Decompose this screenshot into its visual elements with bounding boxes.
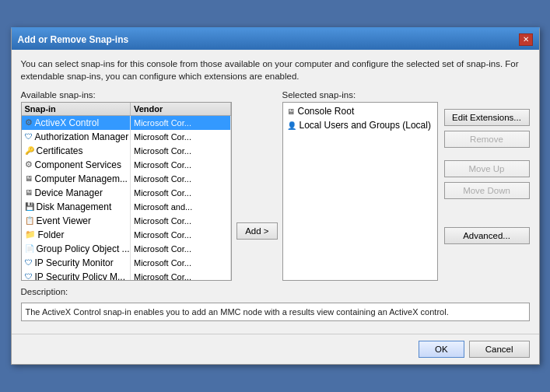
snap-in-vendor: Microsoft Cor... [131, 116, 231, 130]
col-vendor: Vendor [131, 103, 231, 116]
description-text: The ActiveX Control snap-in enables you … [21, 303, 530, 321]
snap-in-name: 🛡 IP Security Policy M... [22, 270, 131, 282]
move-down-button[interactable]: Move Down [444, 182, 530, 199]
selected-list[interactable]: 🖥Console Root👤Local Users and Groups (Lo… [282, 102, 438, 281]
snap-in-name: 🖥 Device Manager [22, 186, 131, 200]
snap-in-row[interactable]: 📋 Event Viewer Microsoft Cor... [22, 214, 231, 228]
snap-in-vendor: Microsoft Cor... [131, 130, 231, 144]
snap-in-name: ⚙ Component Services [22, 158, 131, 172]
snap-in-name: ⚙ ActiveX Control [22, 116, 131, 130]
dialog-title: Add or Remove Snap-ins [18, 34, 129, 45]
snap-in-vendor: Microsoft Cor... [131, 186, 231, 200]
selected-item[interactable]: 🖥Console Root [285, 104, 436, 118]
snap-in-row[interactable]: 🔑 Certificates Microsoft Cor... [22, 144, 231, 158]
move-up-button[interactable]: Move Up [444, 160, 530, 177]
snap-in-row[interactable]: ⚙ Component Services Microsoft Cor... [22, 158, 231, 172]
right-buttons: Edit Extensions... Remove Move Up Move D… [444, 90, 530, 244]
snap-in-row[interactable]: 🛡 IP Security Monitor Microsoft Cor... [22, 256, 231, 270]
add-button[interactable]: Add > [236, 222, 277, 240]
snap-in-name: 💾 Disk Management [22, 200, 131, 214]
snap-in-name: 🛡 IP Security Monitor [22, 256, 131, 270]
snap-in-row[interactable]: 🖥 Computer Managem... Microsoft Cor... [22, 172, 231, 186]
description-section: Description: The ActiveX Control snap-in… [21, 287, 530, 321]
description-top: You can select snap-ins for this console… [21, 58, 530, 82]
remove-button[interactable]: Remove [444, 131, 530, 148]
close-button[interactable]: ✕ [519, 33, 533, 46]
snap-in-list[interactable]: Snap-in Vendor ⚙ ActiveX Control Microso… [21, 102, 233, 281]
snap-in-vendor: Microsoft and... [131, 200, 231, 214]
left-panel: Available snap-ins: Snap-in Vendor ⚙ [21, 90, 233, 281]
snap-in-name: 📄 Group Policy Object ... [22, 242, 131, 256]
snap-in-row[interactable]: 📄 Group Policy Object ... Microsoft Cor.… [22, 242, 231, 256]
snap-in-table: Snap-in Vendor ⚙ ActiveX Control Microso… [22, 103, 232, 281]
snap-in-name: 🖥 Computer Managem... [22, 172, 131, 186]
snap-in-vendor: Microsoft Cor... [131, 228, 231, 242]
snap-in-row[interactable]: 💾 Disk Management Microsoft and... [22, 200, 231, 214]
snap-in-row[interactable]: 🛡 IP Security Policy M... Microsoft Cor.… [22, 270, 231, 282]
selected-item[interactable]: 👤Local Users and Groups (Local) [285, 118, 436, 132]
snap-in-row[interactable]: ⚙ ActiveX Control Microsoft Cor... [22, 116, 231, 130]
snap-in-vendor: Microsoft Cor... [131, 144, 231, 158]
snap-in-vendor: Microsoft Cor... [131, 172, 231, 186]
cancel-button[interactable]: Cancel [469, 341, 530, 358]
middle-panel: Add > [232, 90, 282, 240]
snap-in-row[interactable]: 🖥 Device Manager Microsoft Cor... [22, 186, 231, 200]
right-panel: Selected snap-ins: 🖥Console Root👤Local U… [282, 90, 438, 281]
col-snap-in: Snap-in [22, 103, 131, 116]
description-label: Description: [21, 287, 530, 296]
snap-in-vendor: Microsoft Cor... [131, 242, 231, 256]
snap-in-vendor: Microsoft Cor... [131, 214, 231, 228]
title-bar: Add or Remove Snap-ins ✕ [12, 30, 539, 50]
snap-in-name: 🛡 Authorization Manager [22, 130, 131, 144]
edit-extensions-button[interactable]: Edit Extensions... [444, 109, 530, 126]
selected-label: Selected snap-ins: [282, 90, 438, 100]
dialog-body: You can select snap-ins for this console… [12, 50, 539, 329]
snap-in-vendor: Microsoft Cor... [131, 270, 231, 282]
ok-button[interactable]: OK [419, 341, 464, 358]
snap-in-name: 📋 Event Viewer [22, 214, 131, 228]
bottom-bar: OK Cancel [12, 334, 539, 364]
snap-in-name: 📁 Folder [22, 228, 131, 242]
snap-in-vendor: Microsoft Cor... [131, 256, 231, 270]
panels-row: Available snap-ins: Snap-in Vendor ⚙ [21, 90, 530, 281]
right-section: Selected snap-ins: 🖥Console Root👤Local U… [282, 90, 530, 281]
available-label: Available snap-ins: [21, 90, 233, 100]
snap-in-name: 🔑 Certificates [22, 144, 131, 158]
snap-in-row[interactable]: 🛡 Authorization Manager Microsoft Cor... [22, 130, 231, 144]
dialog: Add or Remove Snap-ins ✕ You can select … [11, 27, 540, 365]
snap-in-row[interactable]: 📁 Folder Microsoft Cor... [22, 228, 231, 242]
advanced-button[interactable]: Advanced... [444, 227, 530, 244]
snap-in-vendor: Microsoft Cor... [131, 158, 231, 172]
